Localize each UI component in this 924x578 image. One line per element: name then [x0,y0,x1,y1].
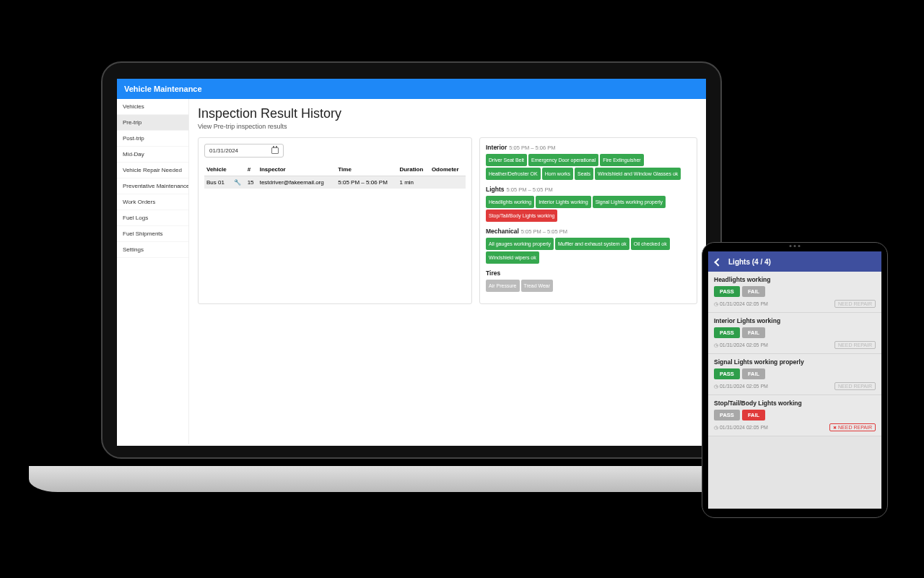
status-tag: Tread Wear [521,280,554,292]
table-header: Duration [397,163,429,176]
status-tag: Stop/Tail/Body Lights working [486,210,557,222]
date-value: 01/31/2024 [209,147,238,154]
mobile-app: Lights (4 / 4) Headlights workingPASSFAI… [708,251,881,509]
timestamp-row: 01/31/2024 02:05 PMNEED REPAIR [714,382,876,390]
table-cell: testdriver@fakeemail.org [258,176,336,189]
table-header: Vehicle [204,163,232,176]
status-tag: Headlights working [486,196,534,208]
laptop-base [29,466,794,492]
section-time: 5:05 PM – 5:05 PM [507,186,553,193]
status-tag: Fire Extinguisher [600,154,644,166]
desktop-app: Vehicle Maintenance VehiclesPre-tripPost… [117,79,706,446]
detail-section-header: Mechanical5:05 PM – 5:05 PM [486,228,691,235]
timestamp: 01/31/2024 02:05 PM [714,384,768,389]
status-tag: Emergency Door operational [528,154,598,166]
wrench-icon: 🔧 [234,179,241,186]
table-cell: Bus 01 [204,176,232,189]
pass-button[interactable]: PASS [714,368,740,379]
inspection-list-panel: 01/31/2024 Vehicle#InspectorTimeDuration… [198,137,472,304]
status-tag: All gauges working properly [486,238,554,250]
sidebar-item-vehicle-repair-needed[interactable]: Vehicle Repair Needed [117,163,188,178]
pass-fail-row: PASSFAIL [714,368,876,379]
checklist-item: Stop/Tail/Body Lights workingPASSFAIL01/… [708,395,881,436]
page-title: Inspection Result History [198,106,697,121]
section-name: Mechanical [486,228,519,235]
status-tag: Driver Seat Belt [486,154,527,166]
sidebar-item-mid-day[interactable]: Mid-Day [117,147,188,163]
checklist-item: Signal Lights working properlyPASSFAIL01… [708,354,881,395]
section-time: 5:05 PM – 5:05 PM [521,228,567,235]
fail-button[interactable]: FAIL [742,327,765,338]
pass-fail-row: PASSFAIL [714,327,876,338]
page-subtitle: View Pre-trip inspection results [198,123,697,130]
tablet-bezel: Lights (4 / 4) Headlights workingPASSFAI… [702,242,888,518]
table-header: # [245,163,258,176]
pass-button[interactable]: PASS [714,410,740,420]
tag-list: All gauges working properlyMuffler and e… [486,238,691,265]
tablet-frame: Lights (4 / 4) Headlights workingPASSFAI… [702,242,888,518]
status-tag: Muffler and exhaust system ok [555,238,629,250]
timestamp-row: 01/31/2024 02:05 PMNEED REPAIR [714,341,876,349]
section-name: Interior [486,144,507,151]
inspection-table: Vehicle#InspectorTimeDurationOdometer Bu… [204,163,466,189]
table-header [232,163,245,176]
status-tag: Heather/Defroster OK [486,168,541,180]
tablet-speaker [790,245,801,247]
section-name: Lights [486,186,505,193]
sidebar-item-fuel-logs[interactable]: Fuel Logs [117,210,188,226]
table-header: Inspector [258,163,336,176]
sidebar-item-preventative-maintenance[interactable]: Preventative Maintenance [117,178,188,194]
tag-list: Headlights workingInterior Lights workin… [486,196,691,223]
laptop-bezel: Vehicle Maintenance VehiclesPre-tripPost… [101,61,722,459]
timestamp-row: 01/31/2024 02:05 PMNEED REPAIR [714,300,876,308]
checklist-item-title: Stop/Tail/Body Lights working [714,400,876,407]
calendar-icon [271,147,279,154]
checklist-item-title: Signal Lights working properly [714,358,876,366]
fail-button[interactable]: FAIL [742,368,765,379]
fail-button[interactable]: FAIL [742,286,765,297]
need-repair-button[interactable]: NEED REPAIR [834,341,876,349]
pass-button[interactable]: PASS [714,327,740,338]
status-tag: Horn works [542,168,573,180]
section-name: Tires [486,269,500,277]
table-header: Time [336,163,397,176]
pass-button[interactable]: PASS [714,286,740,297]
timestamp: 01/31/2024 02:05 PM [714,342,768,348]
pass-fail-row: PASSFAIL [714,286,876,297]
sidebar: VehiclesPre-tripPost-tripMid-DayVehicle … [117,99,189,444]
table-row[interactable]: Bus 01🔧15testdriver@fakeemail.org5:05 PM… [204,176,466,189]
tag-list: Air PressureTread Wear [486,280,691,293]
need-repair-button[interactable]: NEED REPAIR [834,382,876,390]
mobile-header: Lights (4 / 4) [708,251,881,272]
sidebar-item-settings[interactable]: Settings [117,242,188,258]
mobile-header-title: Lights (4 / 4) [728,258,771,266]
tag-list: Driver Seat BeltEmergency Door operation… [486,154,691,181]
pass-fail-row: PASSFAIL [714,410,876,420]
fail-button[interactable]: FAIL [742,410,765,420]
table-header: Odometer [430,163,466,176]
status-tag: Windshield and Window Glasses ok [595,168,681,180]
back-icon[interactable] [714,257,723,266]
sidebar-item-work-orders[interactable]: Work Orders [117,194,188,210]
need-repair-button[interactable]: NEED REPAIR [834,300,876,308]
timestamp: 01/31/2024 02:05 PM [714,425,768,431]
status-tag: Air Pressure [486,280,520,292]
need-repair-button[interactable]: NEED REPAIR [829,423,876,431]
status-tag: Interior Lights working [536,196,590,208]
status-tag: Signal Lights working properly [593,196,666,208]
table-cell [430,176,466,189]
app-header-title: Vehicle Maintenance [117,79,706,99]
detail-section-header: Tires [486,269,691,277]
status-tag: Windshield wipers ok [486,251,539,264]
sidebar-item-pre-trip[interactable]: Pre-trip [117,115,188,131]
sidebar-item-fuel-shipments[interactable]: Fuel Shipments [117,226,188,242]
date-filter-input[interactable]: 01/31/2024 [204,144,284,158]
sidebar-item-post-trip[interactable]: Post-trip [117,131,188,147]
laptop-frame: Vehicle Maintenance VehiclesPre-tripPost… [101,61,722,488]
sidebar-item-vehicles[interactable]: Vehicles [117,99,188,115]
checklist-item: Interior Lights workingPASSFAIL01/31/202… [708,313,881,354]
table-cell: 5:05 PM – 5:06 PM [336,176,397,189]
detail-section-header: Lights5:05 PM – 5:05 PM [486,186,691,193]
main-content: Inspection Result History View Pre-trip … [189,99,706,444]
table-cell: 1 min [397,176,429,189]
